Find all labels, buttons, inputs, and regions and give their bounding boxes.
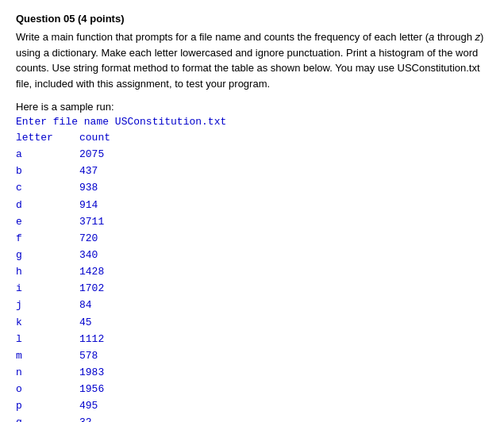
question-container: Question 05 (4 points) Write a main func… [16,13,488,422]
row-letter: p [16,398,79,414]
table-row: l1112 [16,331,488,347]
header-row: lettercount [16,129,488,146]
header-count: count [79,132,110,144]
row-letter: l [16,332,79,347]
row-count: 1112 [79,333,104,345]
row-count: 3711 [79,216,104,228]
filename-text: USConstitution.txt [115,116,226,128]
table-row: n1983 [16,364,488,381]
row-letter: d [16,198,79,213]
row-letter: k [16,315,79,331]
table-row: p495 [16,397,488,414]
row-letter: e [16,214,79,230]
question-body: Write a main function that prompts for a… [16,29,488,91]
row-letter: i [16,281,79,297]
row-count: 32 [79,416,92,422]
row-letter: f [16,231,79,247]
row-count: 720 [79,232,98,244]
row-letter: m [16,348,79,364]
row-letter: j [16,297,79,313]
table-row: h1428 [16,263,488,280]
body-text-2: through [434,31,475,43]
header-letter: letter [16,130,79,146]
row-letter: o [16,382,79,397]
row-count: 1702 [79,282,104,294]
data-rows-container: a2075b437c938d914e3711f720g340h1428i1702… [16,146,488,422]
table-row: g340 [16,247,488,263]
row-count: 45 [79,316,92,328]
row-letter: b [16,163,79,179]
row-count: 1983 [79,366,104,378]
table-row: q32 [16,414,488,422]
table-row: a2075 [16,146,488,163]
row-letter: n [16,365,79,381]
table-row: j84 [16,297,488,313]
row-letter: h [16,264,79,280]
row-count: 84 [79,299,92,311]
table-row: b437 [16,163,488,179]
prompt-text: Enter file name [16,116,115,128]
row-count: 495 [79,400,98,412]
table-row: e3711 [16,213,488,230]
row-count: 914 [79,199,98,211]
body-text-1: Write a main function that prompts for a… [16,31,429,43]
table-row: k45 [16,314,488,331]
row-count: 1956 [79,383,104,395]
row-count: 340 [79,249,98,261]
table-row: i1702 [16,280,488,297]
table-row: m578 [16,347,488,364]
table-row: d914 [16,197,488,213]
table-row: o1956 [16,381,488,397]
row-count: 437 [79,165,98,177]
row-count: 578 [79,350,98,362]
table-row: f720 [16,230,488,247]
row-count: 1428 [79,266,104,278]
prompt-line: Enter file name USConstitution.txt [16,116,488,128]
row-letter: a [16,147,79,163]
sample-run-label: Here is a sample run: [16,101,488,113]
table-row: c938 [16,179,488,196]
row-letter: q [16,415,79,422]
question-title: Question 05 (4 points) [16,13,488,25]
row-letter: g [16,247,79,263]
row-letter: c [16,180,79,196]
row-count: 938 [79,182,98,194]
row-count: 2075 [79,148,104,160]
